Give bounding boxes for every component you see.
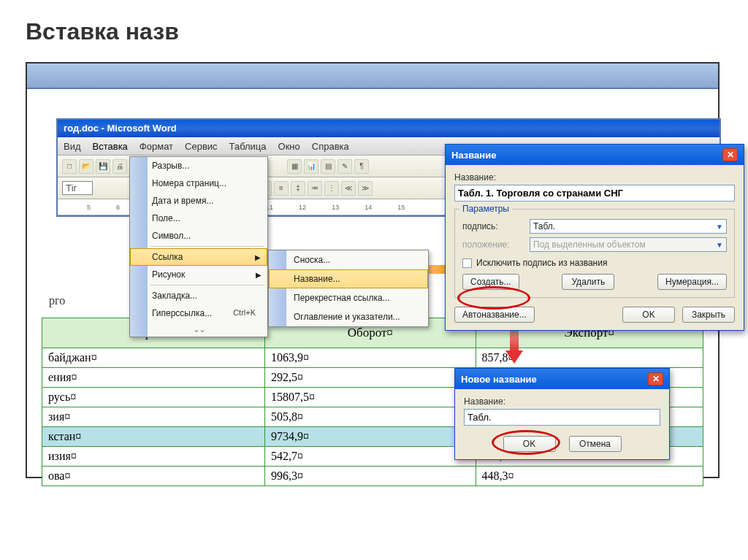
button-auto[interactable]: Автоназвание... — [454, 307, 535, 323]
tb-list-bullet-icon[interactable]: ⋮ — [324, 181, 339, 196]
dialog-title-text: Новое название — [461, 374, 537, 385]
menu-item-hyperlink[interactable]: Гиперссылка... Ctrl+K — [130, 304, 267, 322]
params-fieldset: Параметры подпись: Табл. ▼ положение: По… — [454, 209, 735, 298]
menu-expand-icon[interactable]: ⌄⌄ — [130, 322, 267, 337]
label-name-new: Название: — [464, 396, 660, 407]
tb-drawing-icon[interactable]: ✎ — [337, 159, 352, 174]
menu-window[interactable]: Окно — [278, 141, 300, 152]
ruler-tick: 15 — [397, 204, 405, 211]
caption-input[interactable] — [454, 185, 735, 202]
chevron-down-icon: ▼ — [716, 223, 723, 231]
dialog-caption-titlebar: Название ✕ — [446, 145, 744, 165]
table-cell: 9734,9¤ — [265, 427, 476, 447]
button-cancel[interactable]: Отмена — [569, 436, 622, 452]
tb-align-justify-icon[interactable]: ≡ — [274, 181, 289, 196]
table-cell: 448,3¤ — [476, 467, 703, 486]
menu-table[interactable]: Таблица — [229, 141, 267, 152]
submenu-arrow-icon: ▶ — [256, 271, 262, 279]
label-name: Название: — [454, 172, 735, 183]
menu-item-reference[interactable]: Ссылка ▶ — [130, 248, 267, 266]
button-delete[interactable]: Удалить — [562, 274, 614, 290]
page-title: Вставка назв — [0, 0, 748, 45]
chevron-down-icon: ▼ — [716, 241, 723, 249]
menu-item-date-time[interactable]: Дата и время... — [130, 192, 267, 210]
menu-service[interactable]: Сервис — [185, 141, 218, 152]
tb-print-icon[interactable]: 🖨 — [112, 159, 127, 174]
tb-linespacing-icon[interactable]: ‡ — [291, 181, 305, 196]
tb-para-icon[interactable]: ¶ — [354, 159, 369, 174]
table-cell: ения¤ — [42, 368, 265, 388]
menu-insert[interactable]: Вставка — [93, 141, 128, 152]
button-numbering[interactable]: Нумерация... — [657, 274, 727, 290]
button-close[interactable]: Закрыть — [682, 307, 735, 323]
table-cell: 996,3¤ — [265, 467, 476, 486]
menu-item-bookmark[interactable]: Закладка... — [130, 287, 267, 304]
ruler-tick: 6 — [116, 204, 120, 211]
submenu-item-crossref[interactable]: Перекрестная ссылка... — [269, 288, 428, 307]
ruler-tick: 5 — [87, 204, 91, 211]
ruler-tick: 13 — [332, 204, 339, 211]
submenu-item-footnote[interactable]: Сноска... — [269, 250, 428, 269]
table-row: байджан¤1063,9¤857,8¤ — [42, 348, 703, 368]
font-name-select[interactable] — [62, 181, 93, 195]
table-cell: 542,7¤ — [265, 447, 476, 467]
button-new[interactable]: Создать... — [462, 274, 519, 290]
table-cell: кстан¤ — [42, 427, 265, 447]
button-ok[interactable]: OK — [503, 436, 556, 452]
menu-item-label: Гиперссылка... — [152, 308, 212, 318]
submenu-reference: Сноска... Название... Перекрестная ссылк… — [268, 250, 429, 327]
slide-frame: год.doc - Microsoft Word Вид Вставка Фор… — [26, 62, 720, 478]
menu-item-label: Рисунок — [152, 269, 185, 280]
table-cell: байджан¤ — [42, 348, 265, 368]
table-cell: зия¤ — [42, 407, 265, 427]
table-cell: 15807,5¤ — [265, 388, 476, 407]
menu-insert-dropdown: Разрыв... Номера страниц... Дата и время… — [129, 156, 268, 337]
dialog-caption: Название ✕ Название: Параметры подпись: … — [445, 144, 744, 331]
close-icon[interactable]: ✕ — [722, 148, 738, 161]
submenu-item-caption[interactable]: Название... — [269, 269, 428, 288]
dialog-new-titlebar: Новое название ✕ — [455, 369, 669, 389]
menu-item-label: Ссылка — [152, 252, 183, 262]
table-cell: 292,5¤ — [265, 368, 476, 388]
submenu-item-index[interactable]: Оглавление и указатели... — [269, 307, 428, 326]
button-ok[interactable]: OK — [622, 307, 675, 323]
table-row: ова¤996,3¤448,3¤ — [42, 467, 703, 486]
tb-new-icon[interactable]: □ — [62, 159, 77, 174]
tb-columns-icon[interactable]: ▤ — [321, 159, 335, 174]
close-icon[interactable]: ✕ — [648, 372, 663, 386]
ruler-tick: 14 — [365, 204, 372, 211]
checkbox-exclude[interactable] — [462, 258, 472, 268]
table-cell: 505,8¤ — [265, 407, 476, 427]
menu-help[interactable]: Справка — [312, 141, 349, 152]
dialog-title-text: Название — [451, 150, 496, 161]
menu-item-picture[interactable]: Рисунок ▶ — [130, 266, 267, 283]
menu-view[interactable]: Вид — [64, 141, 81, 152]
dialog-new-caption: Новое название ✕ Название: OK Отмена — [454, 368, 670, 460]
word-titlebar: год.doc - Microsoft Word — [58, 120, 720, 137]
menu-format[interactable]: Формат — [140, 141, 173, 152]
menu-item-field[interactable]: Поле... — [130, 210, 267, 227]
tb-dedent-icon[interactable]: ≪ — [341, 181, 356, 196]
tb-list-num-icon[interactable]: ≔ — [308, 181, 322, 196]
tb-indent-icon[interactable]: ≫ — [358, 181, 373, 196]
tb-save-icon[interactable]: 💾 — [96, 159, 110, 174]
menu-shortcut: Ctrl+K — [233, 308, 256, 317]
table-cell: русь¤ — [42, 388, 265, 407]
menu-item-page-numbers[interactable]: Номера страниц... — [130, 174, 267, 192]
fieldset-legend: Параметры — [459, 204, 512, 214]
menu-item-break[interactable]: Разрыв... — [130, 157, 267, 174]
select-position: Под выделенным объектом ▼ — [530, 237, 727, 252]
submenu-arrow-icon: ▶ — [255, 253, 261, 261]
tb-table-icon[interactable]: ▦ — [287, 159, 302, 174]
label-position: положение: — [462, 239, 524, 250]
menu-item-symbol[interactable]: Символ... — [130, 227, 267, 245]
table-cell: ова¤ — [42, 467, 265, 486]
select-type[interactable]: Табл. ▼ — [530, 219, 727, 234]
checkbox-label: Исключить подпись из названия — [476, 258, 607, 268]
table-cell: изия¤ — [42, 447, 265, 467]
tb-open-icon[interactable]: 📂 — [79, 159, 94, 174]
tb-chart-icon[interactable]: 📊 — [304, 159, 318, 174]
select-value: Табл. — [533, 221, 555, 231]
select-value: Под выделенным объектом — [533, 239, 646, 250]
new-caption-input[interactable] — [464, 409, 660, 426]
